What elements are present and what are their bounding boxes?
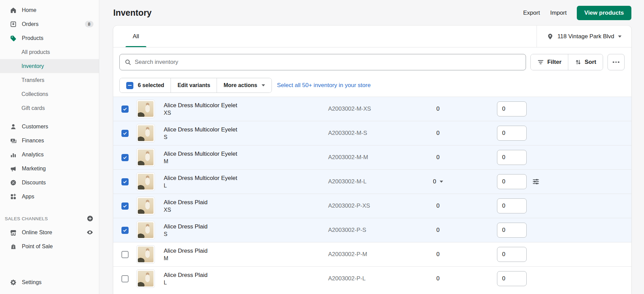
sidebar-item-label: Collections (21, 91, 48, 97)
table-row: Alice Dress Plaid L A2003002-P-L 0 (113, 266, 631, 291)
product-image (138, 222, 153, 238)
select-all-inventory-link[interactable]: Select all 50+ inventory in your store (277, 82, 371, 89)
product-cell[interactable]: Alice Dress Multicolor Eyelet L (164, 175, 328, 189)
quantity-input[interactable] (497, 101, 527, 116)
row-checkbox[interactable] (121, 130, 129, 137)
quantity-input[interactable] (497, 150, 527, 165)
filter-sort-group: Filter Sort (530, 54, 603, 70)
location-name: 118 Vintage Park Blvd (557, 33, 614, 40)
sidebar-item-discounts[interactable]: Discounts (0, 176, 99, 190)
add-sales-channel-button[interactable] (87, 215, 93, 222)
sidebar-item-label: Settings (22, 279, 42, 285)
gear-icon (10, 279, 17, 286)
product-variant: XS (164, 207, 328, 213)
product-thumbnail (136, 221, 155, 239)
available-quantity-dropdown[interactable]: 0 (424, 178, 452, 185)
home-icon (10, 7, 17, 14)
sidebar-item-products[interactable]: Products (0, 31, 99, 45)
bulk-actions-group: 6 selected Edit variants More actions (119, 78, 272, 93)
quantity-input[interactable] (497, 126, 527, 141)
product-cell[interactable]: Alice Dress Plaid L (164, 272, 328, 286)
product-cell[interactable]: Alice Dress Multicolor Eyelet M (164, 151, 328, 165)
sku-cell: A2003002-M-XS (328, 106, 424, 112)
sidebar-item-gift-cards[interactable]: Gift cards (0, 101, 99, 115)
quantity-input[interactable] (497, 174, 527, 189)
import-button[interactable]: Import (550, 10, 567, 16)
selected-count-label: 6 selected (138, 82, 164, 88)
view-products-button[interactable]: View products (577, 6, 631, 20)
product-cell[interactable]: Alice Dress Plaid S (164, 223, 328, 237)
tab-all[interactable]: All (126, 26, 146, 47)
sidebar-item-collections[interactable]: Collections (0, 87, 99, 101)
sidebar-item-label: Orders (22, 21, 39, 27)
sidebar-item-transfers[interactable]: Transfers (0, 73, 99, 87)
row-checkbox[interactable] (121, 154, 129, 161)
filter-button[interactable]: Filter (531, 54, 568, 70)
sidebar-item-label: Point of Sale (22, 243, 53, 250)
edit-variants-button[interactable]: Edit variants (171, 78, 217, 93)
row-checkbox[interactable] (121, 251, 129, 258)
sku-cell: A2003002-M-M (328, 154, 424, 161)
marketing-icon (10, 165, 17, 172)
sidebar-item-home[interactable]: Home (0, 3, 99, 17)
bulk-select-toggle[interactable]: 6 selected (120, 78, 171, 93)
sidebar-item-online-store[interactable]: Online Store (0, 225, 99, 239)
sidebar-item-marketing[interactable]: Marketing (0, 162, 99, 176)
preview-online-store-eye-icon[interactable] (86, 229, 93, 236)
search-input[interactable] (135, 59, 521, 66)
sidebar-item-all-products[interactable]: All products (0, 45, 99, 59)
sales-channels-label: SALES CHANNELS (5, 216, 48, 221)
page-header: Inventory Export Import View products (113, 0, 631, 26)
quantity-input[interactable] (497, 223, 527, 238)
row-checkbox[interactable] (121, 106, 129, 113)
available-quantity: 0 (424, 251, 452, 258)
product-cell[interactable]: Alice Dress Multicolor Eyelet XS (164, 102, 328, 116)
sidebar-item-inventory[interactable]: Inventory (0, 59, 99, 73)
row-checkbox[interactable] (121, 275, 129, 282)
quantity-input[interactable] (497, 271, 527, 286)
sidebar-item-orders[interactable]: Orders 8 (0, 17, 99, 31)
sidebar-item-apps[interactable]: Apps (0, 190, 99, 204)
pos-bag-icon (10, 243, 17, 250)
table-row: Alice Dress Multicolor Eyelet XS A200300… (113, 97, 631, 121)
quantity-edit-cell (497, 126, 527, 141)
sort-button[interactable]: Sort (568, 54, 603, 70)
page-header-actions: Export Import View products (523, 6, 631, 20)
table-row: Alice Dress Plaid M A2003002-P-M 0 (113, 242, 631, 266)
adjustment-sliders-icon[interactable] (532, 178, 540, 185)
sales-channels-header: SALES CHANNELS (0, 212, 99, 225)
export-button[interactable]: Export (523, 10, 540, 16)
sidebar-item-customers[interactable]: Customers (0, 120, 99, 134)
location-selector[interactable]: 118 Vintage Park Blvd (537, 26, 631, 47)
more-actions-label: More actions (223, 82, 257, 88)
available-quantity: 0 (424, 202, 452, 209)
search-box (119, 54, 526, 70)
product-cell[interactable]: Alice Dress Plaid M (164, 248, 328, 262)
product-cell[interactable]: Alice Dress Plaid XS (164, 199, 328, 213)
sku-cell: A2003002-P-XS (328, 202, 424, 209)
sku-cell: A2003002-P-M (328, 251, 424, 258)
table-row: Alice Dress Multicolor Eyelet S A2003002… (113, 121, 631, 145)
filter-label: Filter (547, 59, 561, 66)
sidebar-item-label: Customers (22, 124, 48, 130)
product-name: Alice Dress Multicolor Eyelet (164, 102, 328, 109)
product-cell[interactable]: Alice Dress Multicolor Eyelet S (164, 126, 328, 140)
product-image (138, 198, 153, 214)
product-image (138, 101, 153, 117)
available-quantity: 0 (424, 130, 452, 137)
more-actions-button[interactable]: More actions (217, 78, 272, 93)
sidebar-item-settings[interactable]: Settings (0, 275, 99, 289)
more-options-button[interactable] (608, 54, 625, 70)
sidebar-item-analytics[interactable]: Analytics (0, 148, 99, 162)
row-checkbox[interactable] (121, 227, 129, 234)
sidebar-item-finances[interactable]: Finances (0, 134, 99, 148)
chevron-down-icon (262, 84, 265, 86)
row-checkbox[interactable] (121, 202, 129, 210)
row-checkbox[interactable] (121, 178, 129, 185)
app-window: Home Orders 8 Products All products Inve… (0, 0, 644, 294)
sidebar-item-point-of-sale[interactable]: Point of Sale (0, 239, 99, 253)
quantity-input[interactable] (497, 247, 527, 262)
quantity-edit-cell (497, 223, 527, 238)
quantity-input[interactable] (497, 198, 527, 213)
select-all-checkbox[interactable] (126, 82, 133, 89)
